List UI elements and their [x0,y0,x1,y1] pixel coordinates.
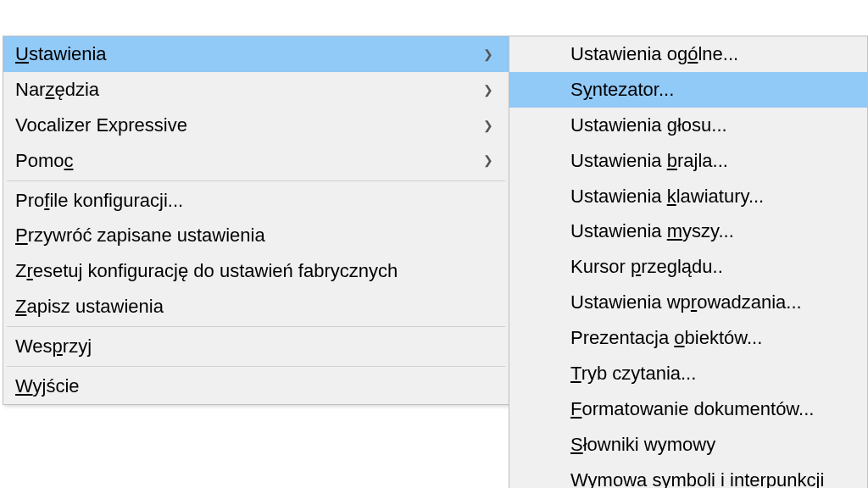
submenu-item-label: Kursor przeglądu.. [570,253,723,280]
submenu-item-label: Wymowa symboli i interpunkcji [570,467,824,488]
submenu-item[interactable]: Prezentacja obiektów... [509,320,867,356]
submenu-item[interactable]: Syntezator... [509,72,867,108]
submenu-item[interactable]: Ustawienia brajla... [509,143,867,179]
menu-item-label: Zapisz ustawienia [15,293,164,320]
submenu-arrow-icon: ❯ [483,46,493,63]
menu-group-4: Wyjście [3,369,509,404]
submenu-item-label: Ustawienia głosu... [570,112,727,139]
menu-item-label: Narzędzia [15,76,99,103]
submenu-item[interactable]: Ustawienia wprowadzania... [509,285,867,320]
submenu-item-label: Formatowanie dokumentów... [570,396,814,423]
menu-item-label: Profile konfiguracji... [15,187,183,214]
submenu-item[interactable]: Słowniki wymowy [509,427,867,463]
submenu-arrow-icon: ❯ [483,81,493,98]
menu-item[interactable]: Ustawienia❯ [3,36,509,72]
submenu-item[interactable]: Tryb czytania... [509,356,867,391]
submenu-item-label: Tryb czytania... [570,360,696,387]
settings-submenu: Ustawienia ogólne...Syntezator...Ustawie… [509,36,868,488]
submenu-arrow-icon: ❯ [483,117,493,134]
submenu-item-label: Syntezator... [570,76,674,103]
submenu-item-label: Ustawienia wprowadzania... [570,289,802,316]
submenu-item[interactable]: Ustawienia ogólne... [509,36,867,72]
menu-separator [7,366,505,367]
submenu-item-label: Słowniki wymowy [570,431,715,458]
menu-item[interactable]: Profile konfiguracji... [3,183,509,219]
menu-item-label: Zresetuj konfigurację do ustawień fabryc… [15,258,398,285]
menu-item[interactable]: Zresetuj konfigurację do ustawień fabryc… [3,253,509,289]
submenu-item[interactable]: Ustawienia głosu... [509,108,867,143]
menu-item-label: Przywróć zapisane ustawienia [15,222,265,249]
menu-item[interactable]: Zapisz ustawienia [3,289,509,324]
submenu-item-label: Ustawienia brajla... [570,147,728,175]
main-context-menu: Ustawienia❯Narzędzia❯Vocalizer Expressiv… [3,36,509,405]
submenu-item[interactable]: Wymowa symboli i interpunkcji [509,463,867,488]
menu-item-label: Wyjście [15,373,80,400]
menu-separator [7,326,505,327]
menu-separator [7,180,505,181]
menu-group-2: Profile konfiguracji...Przywróć zapisane… [3,183,509,325]
menu-item[interactable]: Pomoc❯ [3,143,509,179]
menu-item-label: Ustawienia [15,41,107,68]
submenu-item-label: Ustawienia myszy... [570,218,734,245]
menu-item[interactable]: Wesprzyj [3,329,509,364]
submenu-item[interactable]: Kursor przeglądu.. [509,249,867,285]
submenu-item[interactable]: Formatowanie dokumentów... [509,391,867,427]
submenu-item[interactable]: Ustawienia klawiatury... [509,179,867,214]
menu-item-label: Pomoc [15,147,73,175]
menu-item[interactable]: Narzędzia❯ [3,72,509,108]
menu-item-label: Vocalizer Expressive [15,112,187,139]
menu-item-label: Wesprzyj [15,333,92,360]
submenu-item-label: Ustawienia klawiatury... [570,183,764,210]
menu-item[interactable]: Vocalizer Expressive❯ [3,108,509,143]
menu-item[interactable]: Przywróć zapisane ustawienia [3,218,509,253]
menu-group-3: Wesprzyj [3,329,509,364]
submenu-item-label: Prezentacja obiektów... [570,324,762,352]
submenu-item[interactable]: Ustawienia myszy... [509,214,867,249]
submenu-item-label: Ustawienia ogólne... [570,41,738,68]
menu-group-1: Ustawienia❯Narzędzia❯Vocalizer Expressiv… [3,36,509,179]
menu-item[interactable]: Wyjście [3,369,509,404]
submenu-arrow-icon: ❯ [483,152,493,169]
